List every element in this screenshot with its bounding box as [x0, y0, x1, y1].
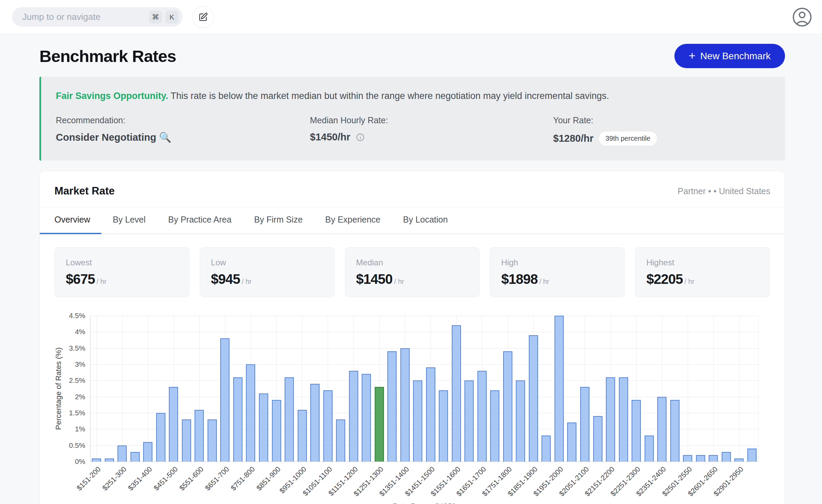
stat-value: $1450	[356, 272, 393, 287]
bar	[117, 445, 127, 462]
topbar: Jump to or navigate ⌘ K	[0, 0, 822, 34]
bar	[426, 367, 435, 462]
bar	[323, 390, 333, 462]
bar	[298, 410, 307, 462]
bar	[555, 316, 564, 462]
command-key-badge: ⌘	[149, 11, 162, 24]
bar	[722, 452, 731, 462]
bar	[169, 387, 178, 462]
k-key-badge: K	[165, 11, 178, 24]
bar	[657, 397, 667, 462]
bar	[259, 393, 268, 462]
tab-by-experience[interactable]: By Experience	[314, 207, 392, 234]
bar	[195, 410, 204, 462]
stat-suffix: / hr	[394, 278, 404, 286]
alert-headline: Fair Savings Opportunity. This rate is b…	[56, 90, 770, 102]
bar	[567, 423, 576, 462]
recommendation-value: Consider Negotiating 🔍	[56, 131, 171, 143]
bar	[400, 348, 410, 462]
bar	[683, 455, 692, 462]
bar	[233, 377, 242, 462]
stat-card-low: Low$945/ hr	[200, 247, 335, 297]
bar	[272, 400, 281, 462]
rate-distribution-chart: 0%0.5%1%1.5%2%2.5%3%3.5%4%4.5%$151-200$2…	[40, 305, 785, 504]
tab-by-level[interactable]: By Level	[101, 207, 157, 234]
stat-value: $2205	[646, 272, 683, 287]
bar	[336, 419, 345, 462]
info-icon[interactable]	[356, 133, 365, 142]
tab-by-firm-size[interactable]: By Firm Size	[243, 207, 314, 234]
bar	[92, 458, 101, 462]
gridline	[90, 348, 758, 349]
rate-stat-cards: Lowest$675/ hrLow$945/ hrMedian$1450/ hr…	[40, 247, 785, 297]
your-rate-column: Your Rate: $1280/hr 39th percentile	[553, 115, 770, 146]
alert-headline-strong: Fair Savings Opportunity.	[56, 91, 168, 101]
bar	[503, 351, 512, 462]
bar	[156, 413, 165, 462]
stat-label: Highest	[646, 258, 759, 267]
bar	[105, 458, 114, 462]
new-benchmark-label: New Benchmark	[700, 51, 771, 62]
x-axis-line	[90, 462, 758, 462]
percentile-badge: 39th percentile	[599, 131, 657, 146]
tab-by-location[interactable]: By Location	[392, 207, 459, 234]
stat-suffix: / hr	[684, 278, 694, 286]
bar	[645, 436, 654, 462]
user-avatar[interactable]	[791, 6, 813, 28]
highlighted-bar	[375, 387, 384, 462]
market-rate-tabs: OverviewBy LevelBy Practice AreaBy Firm …	[40, 207, 785, 234]
stat-label: Median	[356, 258, 469, 267]
stat-suffix: / hr	[539, 278, 549, 286]
alert-headline-rest: This rate is below the market median but…	[168, 91, 609, 101]
search-input[interactable]: Jump to or navigate ⌘ K	[12, 7, 183, 27]
bar	[208, 419, 217, 462]
y-tick-label: 0%	[39, 457, 85, 466]
bar	[619, 377, 628, 462]
tab-overview[interactable]: Overview	[40, 207, 101, 234]
recommendation-column: Recommendation: Consider Negotiating 🔍	[56, 115, 310, 146]
bar	[220, 338, 229, 462]
plot-right-border	[758, 316, 759, 462]
bar	[490, 390, 499, 462]
bar	[516, 380, 525, 462]
stat-value: $1898	[501, 272, 537, 287]
bar	[593, 416, 602, 462]
stat-card-median: Median$1450/ hr	[345, 247, 480, 297]
gridline	[90, 364, 758, 365]
stat-card-high: High$1898/ hr	[490, 247, 625, 297]
bar	[413, 380, 422, 462]
market-rate-card: Market Rate Partner • • United States Ov…	[39, 171, 785, 504]
page-content: Benchmark Rates + New Benchmark Fair Sav…	[0, 44, 822, 504]
compose-button[interactable]	[192, 6, 214, 28]
bar	[632, 400, 641, 462]
bar	[285, 377, 294, 462]
search-placeholder: Jump to or navigate	[22, 12, 146, 22]
bar	[464, 380, 474, 462]
new-benchmark-button[interactable]: + New Benchmark	[674, 44, 785, 68]
plus-icon: +	[689, 50, 696, 61]
bar	[310, 384, 320, 462]
bar	[130, 452, 140, 462]
y-axis-title: Percentage of Rates (%)	[54, 348, 63, 430]
gridline	[688, 316, 688, 462]
y-axis-line	[90, 316, 90, 462]
stat-label: High	[501, 258, 613, 267]
stat-value: $945	[211, 272, 240, 287]
gridline	[90, 380, 758, 381]
gridline	[122, 316, 123, 462]
stat-suffix: / hr	[97, 278, 107, 286]
x-axis-title: Rate Range (USD)	[393, 502, 456, 504]
gridline	[713, 316, 714, 462]
tab-by-practice-area[interactable]: By Practice Area	[157, 207, 243, 234]
recommendation-label: Recommendation:	[56, 115, 310, 125]
bar	[439, 390, 448, 462]
median-hourly-rate-column: Median Hourly Rate: $1450/hr	[310, 115, 553, 146]
median-hourly-rate-label: Median Hourly Rate:	[310, 115, 553, 125]
gridline	[148, 316, 148, 462]
page-title: Benchmark Rates	[39, 47, 176, 66]
person-circle-icon	[791, 6, 813, 28]
bar	[747, 449, 757, 462]
gridline	[90, 332, 758, 332]
bar	[387, 351, 397, 462]
benchmark-context: Partner • • United States	[678, 186, 770, 196]
